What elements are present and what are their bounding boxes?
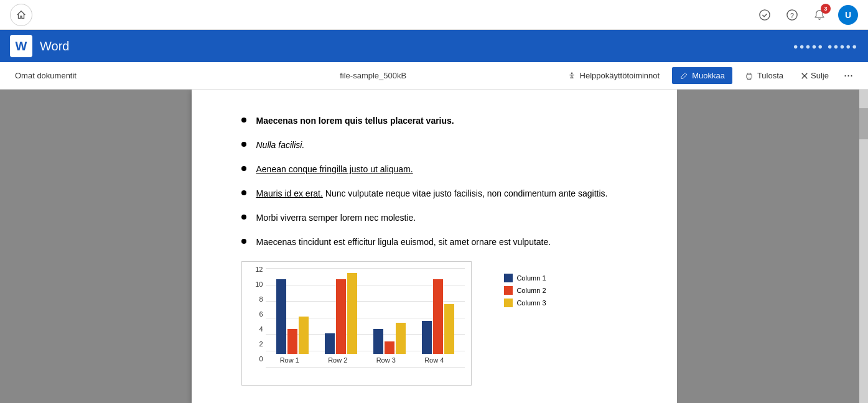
list-item: Maecenas non lorem quis tellus placerat … xyxy=(241,114,640,127)
bar-group-row2 xyxy=(320,273,362,354)
notification-button[interactable]: 3 xyxy=(811,6,828,24)
chart-outer: 12 10 8 6 4 2 0 xyxy=(241,261,472,386)
edit-button[interactable]: Muokkaa xyxy=(672,67,732,84)
omat-dokumentit-button[interactable]: Omat dokumentit xyxy=(10,68,82,83)
legend-color-col2 xyxy=(504,286,513,295)
word-icon-letter: W xyxy=(16,39,27,53)
scrollbar-track[interactable] xyxy=(859,90,868,403)
print-label: Tulosta xyxy=(757,71,783,80)
check-icon-btn[interactable] xyxy=(756,6,773,24)
toolbar-center: file-sample_500kB xyxy=(197,71,550,80)
bullet-text: Nulla facilisi. xyxy=(256,139,305,152)
y-label: 12 xyxy=(255,266,263,273)
system-bar: ? 3 U xyxy=(0,0,868,30)
chart-area: 12 10 8 6 4 2 0 xyxy=(241,261,472,386)
bullet-text: Aenean conque fringilla justo ut aliquam… xyxy=(256,163,413,176)
y-label: 2 xyxy=(259,340,263,348)
list-item: Mauris id ex erat. Nunc vulputate neque … xyxy=(241,187,640,200)
y-label: 6 xyxy=(259,310,263,318)
svg-rect-4 xyxy=(747,74,752,78)
bar-group-row3 xyxy=(369,323,410,354)
toolbar: Omat dokumentit file-sample_500kB Helppo… xyxy=(0,62,868,90)
close-icon xyxy=(801,72,808,80)
bar-col1-row4 xyxy=(422,321,432,354)
bullet-dot xyxy=(241,118,246,123)
avatar[interactable]: U xyxy=(838,5,858,25)
more-options-button[interactable]: ··· xyxy=(839,67,858,85)
bar-col2-row2 xyxy=(336,279,346,354)
y-label: 0 xyxy=(259,355,263,363)
x-label: Row 1 xyxy=(280,356,299,364)
bullet-dot xyxy=(241,239,246,244)
doc-background-left xyxy=(0,90,192,403)
chart-yaxis: 12 10 8 6 4 2 0 xyxy=(242,262,266,366)
toolbar-right: Helppokäyttötoiminnot Muokkaa Tulosta Su… xyxy=(560,67,858,85)
word-app-icon: W xyxy=(10,35,32,57)
y-label: 8 xyxy=(259,295,263,303)
bar-col1-row2 xyxy=(325,333,335,354)
help-icon: ? xyxy=(786,9,798,21)
grid-line xyxy=(266,367,465,368)
word-bar-left: W Word xyxy=(10,35,69,57)
bar-col3-row4 xyxy=(444,304,454,354)
word-bar-right: ●●●●● ●●●●● xyxy=(793,42,858,51)
bullet-text: Maecenas non lorem quis tellus placerat … xyxy=(256,114,454,127)
notification-badge: 3 xyxy=(821,4,831,14)
bullet-text: Maecenas tincidunt est efficitur ligula … xyxy=(256,236,551,249)
bullet-dot xyxy=(241,215,246,220)
x-label: Row 4 xyxy=(424,356,444,364)
list-item: Maecenas tincidunt est efficitur ligula … xyxy=(241,236,640,249)
bullet-dot xyxy=(241,142,246,147)
help-icon-btn[interactable]: ? xyxy=(783,6,801,24)
legend-color-col1 xyxy=(504,274,513,282)
legend-item-col3: Column 3 xyxy=(504,299,546,307)
check-icon xyxy=(759,9,770,21)
chart-plot-area: Row 1 Row 2 Row 3 Row 4 xyxy=(266,268,465,366)
bar-col2-row1 xyxy=(287,329,297,354)
bullet-text: Mauris id ex erat. Nunc vulputate neque … xyxy=(256,187,608,200)
bullet-text: Morbi viverra semper lorem nec molestie. xyxy=(256,211,416,225)
y-label: 4 xyxy=(259,325,263,333)
legend-color-col3 xyxy=(504,299,513,307)
y-label: 10 xyxy=(255,280,263,288)
list-item: Nulla facilisi. xyxy=(241,139,640,152)
close-button[interactable]: Sulje xyxy=(796,67,834,84)
accessibility-icon xyxy=(567,72,576,80)
document-page: Maecenas non lorem quis tellus placerat … xyxy=(192,90,677,403)
legend-label-col3: Column 3 xyxy=(516,299,546,307)
doc-background-right xyxy=(677,90,869,403)
close-label: Sulje xyxy=(811,71,829,80)
svg-point-3 xyxy=(571,72,572,74)
bar-col3-row2 xyxy=(347,273,357,354)
x-label: Row 2 xyxy=(328,356,347,364)
home-button[interactable] xyxy=(10,4,32,26)
bullet-text-part: Nunc vulputate neque vitae justo facilis… xyxy=(323,188,608,198)
accessibility-label: Helppokäyttötoiminnot xyxy=(580,71,660,80)
legend-item-col2: Column 2 xyxy=(504,286,546,295)
bar-group-row1 xyxy=(272,279,313,354)
legend-label-col2: Column 2 xyxy=(516,287,546,294)
bullet-dot xyxy=(241,190,246,195)
chart-container: 12 10 8 6 4 2 0 xyxy=(241,261,472,386)
bar-col1-row1 xyxy=(276,279,286,354)
print-button[interactable]: Tulosta xyxy=(737,67,791,84)
bar-col3-row1 xyxy=(299,317,309,354)
system-bar-right: ? 3 U xyxy=(756,5,858,25)
bar-col2-row3 xyxy=(385,341,394,354)
edit-icon xyxy=(679,72,688,80)
legend-label-col1: Column 1 xyxy=(516,274,546,282)
system-bar-left xyxy=(10,4,32,26)
bar-col3-row3 xyxy=(396,323,406,354)
scrollbar-thumb[interactable] xyxy=(859,108,868,139)
word-app-bar: W Word ●●●●● ●●●●● xyxy=(0,30,868,62)
bullet-text-part: Mauris id ex erat. xyxy=(256,188,323,198)
bullet-list: Maecenas non lorem quis tellus placerat … xyxy=(241,114,640,249)
filename-label: file-sample_500kB xyxy=(340,71,406,80)
bar-col1-row3 xyxy=(373,329,383,354)
user-info: ●●●●● ●●●●● xyxy=(793,42,858,51)
list-item: Morbi viverra semper lorem nec molestie. xyxy=(241,211,640,225)
bullet-dot xyxy=(241,166,246,171)
bar-group-row4 xyxy=(418,279,459,354)
accessibility-button[interactable]: Helppokäyttötoiminnot xyxy=(560,67,668,84)
app-title: Word xyxy=(40,39,69,53)
